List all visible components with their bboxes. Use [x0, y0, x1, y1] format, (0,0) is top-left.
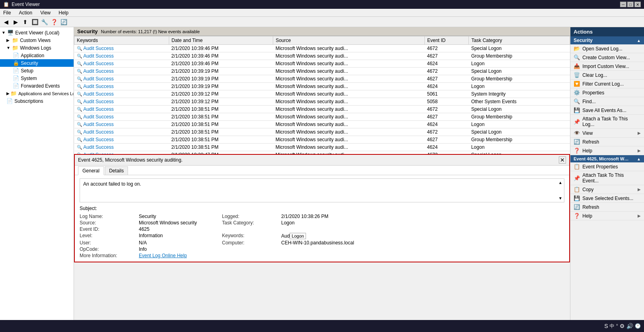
up-button[interactable]: ⬆: [21, 18, 30, 26]
keyword-icon: 🔍: [77, 84, 82, 89]
table-row[interactable]: 🔍 Audit Success 2/1/2020 10:39:19 PM Mic…: [74, 83, 570, 90]
keyword-text: Audit Success: [83, 91, 114, 97]
action-save-selected-events[interactable]: 💾 Save Selected Events...: [570, 194, 644, 203]
tree-item-windowslogs[interactable]: ▼ 📁 Windows Logs: [0, 44, 74, 52]
action-help-section2[interactable]: ❓ Help ▶: [570, 212, 644, 220]
action-find[interactable]: 🔍 Find...: [570, 97, 644, 106]
cell-datetime: 2/1/2020 10:38:47 PM: [169, 151, 273, 154]
tab-general[interactable]: General: [78, 166, 104, 175]
table-row[interactable]: 🔍 Audit Success 2/1/2020 10:39:46 PM Mic…: [74, 45, 570, 52]
label-level2: Level:: [80, 233, 136, 239]
back-button[interactable]: ◀: [2, 18, 10, 26]
menu-file[interactable]: File: [2, 10, 12, 16]
cell-eventid: 4672: [424, 45, 468, 52]
col-header-source[interactable]: Source: [273, 36, 425, 45]
cell-datetime: 2/1/2020 10:38:51 PM: [169, 121, 273, 128]
cell-keyword: 🔍 Audit Success: [74, 136, 169, 144]
refresh-section2-icon: 🔄: [574, 204, 580, 210]
tree-item-application[interactable]: 📄 Application: [0, 52, 74, 59]
maximize-button[interactable]: □: [627, 2, 634, 7]
keyword-icon: 🔍: [77, 145, 82, 150]
action-open-saved-log[interactable]: 📂 Open Saved Log...: [570, 44, 644, 53]
event-detail-panel: Event 4625, Microsoft Windows security a…: [74, 154, 570, 262]
table-row[interactable]: 🔍 Audit Success 2/1/2020 10:39:12 PM Mic…: [74, 98, 570, 106]
link-moreinfo[interactable]: Event Log Online Help: [139, 253, 219, 258]
collapse-section2-icon[interactable]: ▲: [637, 157, 641, 161]
cell-eventid: 5061: [424, 90, 468, 98]
minimize-button[interactable]: ─: [620, 2, 626, 7]
table-row[interactable]: 🔍 Audit Success 2/1/2020 10:38:51 PM Mic…: [74, 106, 570, 113]
collapse-section1-icon[interactable]: ▲: [637, 38, 641, 43]
action-attach-task-event[interactable]: 📌 Attach Task To This Event...: [570, 171, 644, 185]
tree-item-forwardedevents[interactable]: 📄 Forwarded Events: [0, 82, 74, 90]
center-panel: Security Number of events: 11,217 (!) Ne…: [74, 27, 570, 332]
scroll-down-icon[interactable]: ▼: [558, 196, 562, 200]
close-button[interactable]: ✕: [634, 2, 641, 7]
table-row[interactable]: 🔍 Audit Success 2/1/2020 10:38:51 PM Mic…: [74, 128, 570, 136]
action-refresh-section1[interactable]: 🔄 Refresh: [570, 138, 644, 146]
menu-action[interactable]: Action: [17, 10, 34, 16]
cell-datetime: 2/1/2020 10:39:46 PM: [169, 45, 273, 52]
event-detail-close-button[interactable]: ✕: [559, 156, 566, 164]
table-row[interactable]: 🔍 Audit Success 2/1/2020 10:38:51 PM Mic…: [74, 121, 570, 128]
table-row[interactable]: 🔍 Audit Success 2/1/2020 10:38:51 PM Mic…: [74, 144, 570, 151]
table-row[interactable]: 🔍 Audit Success 2/1/2020 10:38:47 PM Mic…: [74, 151, 570, 154]
toolbar: ◀ ▶ ⬆ 🔲 🔧 ❓ 🔄: [0, 17, 644, 27]
table-row[interactable]: 🔍 Audit Success 2/1/2020 10:39:12 PM Mic…: [74, 90, 570, 98]
col-header-keywords[interactable]: Keywords: [74, 36, 169, 45]
action-view[interactable]: 👁️ View ▶: [570, 129, 644, 138]
events-table-container[interactable]: Keywords Date and Time Source Event ID T…: [74, 36, 570, 154]
action-clear-log[interactable]: 🗑️ Clear Log...: [570, 71, 644, 80]
cell-taskcategory: Special Logon: [469, 128, 570, 136]
menu-view[interactable]: View: [39, 10, 52, 16]
table-row[interactable]: 🔍 Audit Success 2/1/2020 10:38:51 PM Mic…: [74, 136, 570, 144]
actions-section-event4625[interactable]: Event 4625, Microsoft Windows security a…: [570, 155, 644, 162]
table-row[interactable]: 🔍 Audit Success 2/1/2020 10:39:19 PM Mic…: [74, 68, 570, 75]
help-section1-icon: ❓: [574, 148, 580, 154]
label-moreinfo: [222, 246, 278, 252]
tree-item-customviews[interactable]: ▶ 📁 Custom Views: [0, 36, 74, 44]
action-import-custom-view[interactable]: 📥 Import Custom View...: [570, 62, 644, 71]
event-detail-tabs: General Details: [75, 166, 569, 175]
cell-datetime: 2/1/2020 10:38:51 PM: [169, 106, 273, 113]
title-bar-controls[interactable]: ─ □ ✕: [620, 2, 641, 7]
help-button[interactable]: ❓: [50, 18, 58, 26]
action-filter-log[interactable]: 🔽 Filter Current Log...: [570, 80, 644, 88]
table-row[interactable]: 🔍 Audit Success 2/1/2020 10:39:46 PM Mic…: [74, 60, 570, 68]
properties-button[interactable]: 🔧: [40, 18, 49, 26]
label-level: [222, 226, 278, 232]
tree-item-security[interactable]: 🔒 Security: [0, 59, 74, 67]
action-help-section1[interactable]: ❓ Help ▶: [570, 146, 644, 155]
action-create-custom-view[interactable]: 🔍 Create Custom View...: [570, 53, 644, 62]
tab-details[interactable]: Details: [105, 166, 128, 175]
refresh-toolbar-button[interactable]: 🔄: [59, 18, 68, 26]
action-copy[interactable]: 📋 Copy ▶: [570, 185, 644, 194]
col-header-taskcategory[interactable]: Task Category: [469, 36, 570, 45]
table-row[interactable]: 🔍 Audit Success 2/1/2020 10:39:46 PM Mic…: [74, 52, 570, 60]
table-row[interactable]: 🔍 Audit Success 2/1/2020 10:39:19 PM Mic…: [74, 75, 570, 83]
col-header-eventid[interactable]: Event ID: [424, 36, 468, 45]
table-row[interactable]: 🔍 Audit Success 2/1/2020 10:38:51 PM Mic…: [74, 113, 570, 121]
action-refresh-section2[interactable]: 🔄 Refresh: [570, 203, 644, 212]
keyword-icon: 🔍: [77, 114, 82, 119]
menu-help[interactable]: Help: [57, 10, 70, 16]
actions-section-security[interactable]: Security ▲: [570, 36, 644, 44]
tree-item-subscriptions[interactable]: 📄 Subscriptions: [0, 97, 74, 105]
tree-item-setup[interactable]: 📄 Setup: [0, 67, 74, 74]
col-header-datetime[interactable]: Date and Time: [169, 36, 273, 45]
action-attach-task-log[interactable]: 📌 Attach a Task To This Log...: [570, 115, 644, 129]
show-hide-button[interactable]: 🔲: [30, 18, 39, 26]
copy-arrow-icon: ▶: [638, 187, 641, 192]
events-tbody: 🔍 Audit Success 2/1/2020 10:39:46 PM Mic…: [74, 45, 570, 154]
attach-task-log-icon: 📌: [574, 119, 580, 125]
tree-item-system[interactable]: 📄 System: [0, 74, 74, 82]
tree-item-appsservices[interactable]: ▶ 📁 Applications and Services Lo: [0, 90, 74, 97]
scroll-up-icon[interactable]: ▲: [558, 180, 562, 185]
events-table: Keywords Date and Time Source Event ID T…: [74, 36, 570, 154]
app-title: Event Viewer: [12, 2, 40, 7]
action-properties[interactable]: ⚙️ Properties: [570, 88, 644, 97]
action-event-properties[interactable]: 📋 Event Properties: [570, 162, 644, 171]
forward-button[interactable]: ▶: [11, 18, 20, 26]
tree-item-eventviewer[interactable]: ▼ 🖥️ Event Viewer (Local): [0, 29, 74, 36]
action-save-all-events[interactable]: 💾 Save All Events As...: [570, 106, 644, 115]
